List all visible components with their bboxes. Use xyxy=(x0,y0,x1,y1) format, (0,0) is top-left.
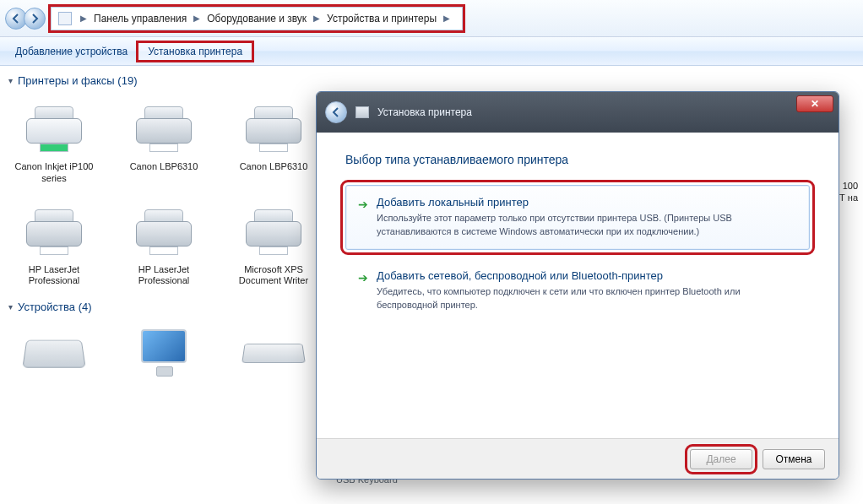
next-button[interactable]: Далее xyxy=(690,449,752,469)
printer-label: HP LaserJet Professional xyxy=(123,264,204,288)
section-count: (19) xyxy=(117,74,137,87)
printer-icon xyxy=(356,106,369,118)
option-description: Используйте этот параметр только при отс… xyxy=(377,212,797,239)
chevron-right-icon: ▶ xyxy=(188,14,205,23)
printer-icon xyxy=(26,209,82,250)
printer-icon xyxy=(136,106,192,147)
printer-label: Canon Inkjet iP100 series xyxy=(14,161,95,185)
option-title: Добавить сетевой, беспроводной или Bluet… xyxy=(377,269,797,282)
device-item[interactable] xyxy=(14,322,95,384)
add-printer-button[interactable]: Установка принтера xyxy=(138,42,252,61)
option-local-printer[interactable]: ➔ Добавить локальный принтер Используйте… xyxy=(345,185,810,250)
arrow-right-icon: ➔ xyxy=(358,198,368,239)
close-button[interactable]: ✕ xyxy=(796,95,833,112)
wizard-back-button[interactable] xyxy=(325,101,347,123)
chevron-right-icon: ▶ xyxy=(308,14,325,23)
scanner-icon xyxy=(22,340,85,368)
printer-item[interactable]: Microsoft XPS Document Writer xyxy=(233,198,314,288)
control-panel-icon xyxy=(58,12,72,25)
nav-forward-button[interactable] xyxy=(24,8,46,30)
wizard-title: Установка принтера xyxy=(377,106,472,118)
device-item[interactable] xyxy=(233,322,314,384)
collapse-icon: ▾ xyxy=(8,76,13,85)
wizard-footer: Далее Отмена xyxy=(317,438,839,479)
breadcrumb-item[interactable]: Панель управления xyxy=(92,11,188,26)
printer-icon xyxy=(26,106,82,147)
chevron-right-icon: ▶ xyxy=(438,14,455,23)
wizard-titlebar[interactable]: Установка принтера ✕ xyxy=(317,92,839,133)
option-title: Добавить локальный принтер xyxy=(377,196,797,209)
chevron-right-icon: ▶ xyxy=(75,14,92,23)
close-icon: ✕ xyxy=(811,98,819,110)
printer-label: Canon LBP6310 xyxy=(240,161,308,173)
breadcrumb[interactable]: ▶ Панель управления ▶ Оборудование и зву… xyxy=(51,7,463,30)
printer-icon xyxy=(136,209,192,250)
breadcrumb-item[interactable]: Устройства и принтеры xyxy=(325,11,438,26)
device-item[interactable] xyxy=(123,322,204,384)
printer-item[interactable]: Canon Inkjet iP100 series xyxy=(14,95,95,185)
printer-label: Microsoft XPS Document Writer xyxy=(233,264,314,288)
truncated-printer-label: 100Т на xyxy=(839,180,858,204)
toolbar: Добавление устройства Установка принтера xyxy=(0,37,863,66)
section-printers-header[interactable]: ▾ Принтеры и факсы (19) xyxy=(8,74,855,87)
section-count: (4) xyxy=(79,301,92,313)
option-network-printer[interactable]: ➔ Добавить сетевой, беспроводной или Blu… xyxy=(345,258,810,323)
wizard-heading: Выбор типа устанавливаемого принтера xyxy=(345,153,810,166)
add-printer-wizard: Установка принтера ✕ Выбор типа устанавл… xyxy=(316,91,839,480)
printer-item[interactable]: HP LaserJet Professional xyxy=(14,198,95,288)
printer-item[interactable]: HP LaserJet Professional xyxy=(123,198,204,288)
printer-icon xyxy=(246,209,301,250)
section-title: Принтеры и факсы xyxy=(18,74,115,87)
printer-label: HP LaserJet Professional xyxy=(14,264,95,288)
printer-icon xyxy=(246,106,301,147)
collapse-icon: ▾ xyxy=(8,302,13,312)
cancel-button[interactable]: Отмена xyxy=(763,449,825,469)
option-description: Убедитесь, что компьютер подключен к сет… xyxy=(377,285,797,312)
printer-label: Canon LBP6310 xyxy=(130,161,198,173)
section-title: Устройства xyxy=(18,301,75,313)
printer-item[interactable]: Canon LBP6310 xyxy=(233,95,314,185)
add-device-button[interactable]: Добавление устройства xyxy=(5,42,138,61)
printer-item[interactable]: Canon LBP6310 xyxy=(123,95,204,185)
breadcrumb-item[interactable]: Оборудование и звук xyxy=(205,11,308,26)
monitor-icon xyxy=(136,329,192,377)
arrow-right-icon: ➔ xyxy=(358,271,368,312)
keyboard-icon xyxy=(242,344,306,363)
